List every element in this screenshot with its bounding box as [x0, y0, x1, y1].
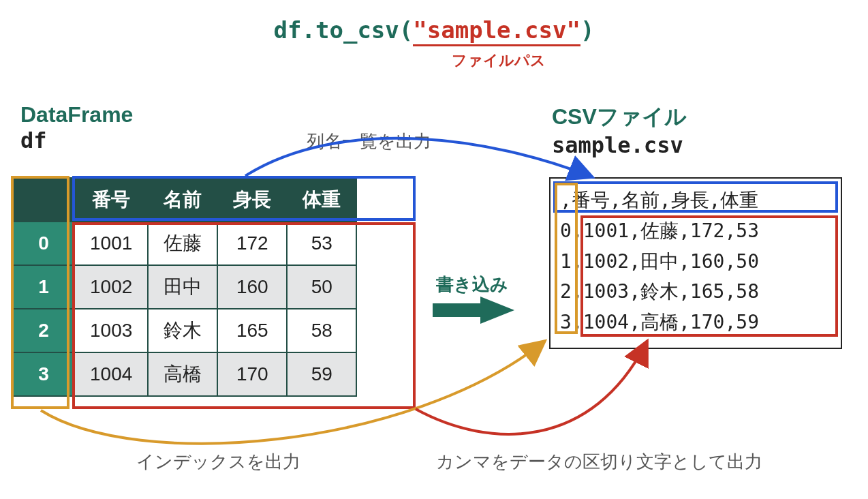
cell: 高橋 — [148, 352, 217, 396]
dataframe-heading: DataFrame — [20, 102, 133, 127]
index-output-label: インデックスを出力 — [136, 450, 300, 474]
cell: 佐藤 — [148, 222, 217, 265]
table-row: 1 1002 田中 160 50 — [13, 265, 356, 309]
csv-line: 3,1004,高橋,170,59 — [560, 307, 831, 338]
cell: 172 — [217, 222, 287, 265]
svg-marker-0 — [433, 297, 514, 324]
comma-separator-label: カンマをデータの区切り文字として出力 — [436, 450, 762, 474]
cell: 160 — [217, 265, 287, 309]
csv-line: 0,1001,佐藤,172,53 — [560, 216, 831, 247]
csv-heading: CSVファイル — [552, 102, 687, 132]
csv-line: 1,1002,田中,160,50 — [560, 247, 831, 277]
cell: 1001 — [74, 222, 148, 265]
csv-file-box: ,番号,名前,身長,体重 0,1001,佐藤,172,53 1,1002,田中,… — [549, 177, 842, 349]
cell: 59 — [287, 352, 356, 396]
code-prefix: df.to_csv( — [274, 16, 414, 44]
dataframe-table: 番号 名前 身長 体重 0 1001 佐藤 172 53 1 1002 田中 1… — [12, 177, 357, 397]
cell: 1004 — [74, 352, 148, 396]
columns-output-label: 列名一覧を出力 — [307, 130, 431, 153]
cell: 58 — [287, 309, 356, 352]
cell: 田中 — [148, 265, 217, 309]
cell: 170 — [217, 352, 287, 396]
arrow-write-icon — [433, 297, 514, 324]
col-header: 身長 — [217, 178, 287, 222]
cell: 鈴木 — [148, 309, 217, 352]
table-row: 0 1001 佐藤 172 53 — [13, 222, 356, 265]
table-header-row: 番号 名前 身長 体重 — [13, 178, 356, 222]
dataframe-title: DataFrame df — [20, 102, 133, 153]
cell: 1003 — [74, 309, 148, 352]
col-header: 番号 — [74, 178, 148, 222]
filepath-label: ファイルパス — [0, 50, 868, 71]
write-label: 書き込み — [436, 273, 508, 297]
table-row: 3 1004 高橋 170 59 — [13, 352, 356, 396]
csv-filename: sample.csv — [552, 132, 687, 158]
col-header: 名前 — [148, 178, 217, 222]
dataframe-varname: df — [20, 127, 133, 153]
code-expression: df.to_csv("sample.csv") — [0, 16, 868, 44]
cell: 165 — [217, 309, 287, 352]
csv-line: 2,1003,鈴木,165,58 — [560, 277, 831, 307]
cell: 50 — [287, 265, 356, 309]
row-index: 0 — [13, 222, 74, 265]
row-index: 3 — [13, 352, 74, 396]
index-corner — [13, 178, 74, 222]
arrow-data-icon — [416, 341, 647, 434]
csv-line: ,番号,名前,身長,体重 — [560, 185, 831, 216]
csv-title: CSVファイル sample.csv — [552, 102, 687, 158]
code-suffix: ) — [580, 16, 594, 44]
col-header: 体重 — [287, 178, 356, 222]
row-index: 2 — [13, 309, 74, 352]
row-index: 1 — [13, 265, 74, 309]
cell: 53 — [287, 222, 356, 265]
code-filename: "sample.csv" — [413, 16, 580, 44]
cell: 1002 — [74, 265, 148, 309]
table-row: 2 1003 鈴木 165 58 — [13, 309, 356, 352]
